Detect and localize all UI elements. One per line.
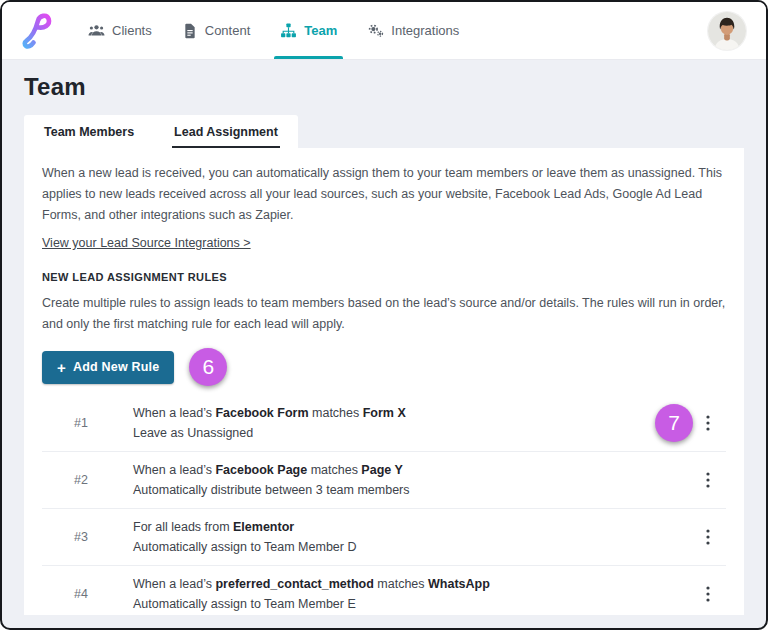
annotation-badge-6: 6	[189, 348, 227, 386]
rule-row-3: #3 For all leads from Elementor Automati…	[42, 509, 726, 566]
kebab-menu-icon[interactable]	[696, 409, 720, 437]
nav-item-team[interactable]: Team	[278, 2, 339, 59]
plus-icon: +	[57, 360, 66, 375]
nav-team-label: Team	[304, 23, 337, 38]
page-body: Team Team Members Lead Assignment When a…	[2, 60, 766, 628]
rule-text: When a lead’s Facebook Form matches Form…	[133, 403, 406, 443]
rule-condition: When a lead’s Facebook Page matches Page…	[133, 460, 410, 480]
rule-row-4: #4 When a lead’s preferred_contact_metho…	[42, 566, 726, 615]
rule-condition: When a lead’s Facebook Form matches Form…	[133, 403, 406, 423]
gears-icon	[367, 22, 384, 39]
privyr-logo-icon[interactable]	[22, 10, 56, 52]
add-rule-row: + Add New Rule 6	[42, 348, 726, 386]
rule-row-1: #1 When a lead’s Facebook Form matches F…	[42, 395, 726, 452]
kebab-menu-icon[interactable]	[696, 580, 720, 608]
rule-action: Automatically assign to Team Member E	[133, 594, 490, 614]
tab-lead-assignment[interactable]: Lead Assignment	[154, 115, 298, 148]
nav-clients-label: Clients	[112, 23, 152, 38]
app-window: Clients Content	[0, 0, 768, 630]
intro-paragraph: When a new lead is received, you can aut…	[42, 163, 726, 226]
nav-content-label: Content	[205, 23, 251, 38]
nav-item-clients[interactable]: Clients	[86, 2, 154, 59]
rules-list: #1 When a lead’s Facebook Form matches F…	[42, 395, 726, 615]
rule-row-2: #2 When a lead’s Facebook Page matches P…	[42, 452, 726, 509]
rule-action: Automatically assign to Team Member D	[133, 537, 356, 557]
rule-text: For all leads from Elementor Automatical…	[133, 517, 356, 557]
rule-text: When a lead’s Facebook Page matches Page…	[133, 460, 410, 500]
lead-assignment-panel: When a new lead is received, you can aut…	[24, 148, 744, 615]
user-avatar[interactable]	[708, 12, 746, 50]
rule-action: Automatically distribute between 3 team …	[133, 480, 410, 500]
rule-text: When a lead’s preferred_contact_method m…	[133, 574, 490, 614]
add-new-rule-label: Add New Rule	[73, 360, 159, 374]
document-icon	[182, 23, 198, 39]
lead-source-integrations-link[interactable]: View your Lead Source Integrations >	[42, 236, 251, 250]
top-nav: Clients Content	[2, 2, 766, 60]
rule-number: #4	[74, 587, 106, 601]
rules-section-description: Create multiple rules to assign leads to…	[42, 293, 726, 335]
annotation-badge-7: 7	[655, 404, 693, 442]
tab-team-members-label: Team Members	[42, 125, 136, 148]
tab-lead-assignment-label: Lead Assignment	[172, 125, 280, 148]
rules-section-heading: NEW LEAD ASSIGNMENT RULES	[42, 271, 726, 283]
kebab-menu-icon[interactable]	[696, 523, 720, 551]
rule-condition: When a lead’s preferred_contact_method m…	[133, 574, 490, 594]
people-icon	[88, 22, 105, 39]
rule-condition: For all leads from Elementor	[133, 517, 356, 537]
kebab-menu-icon[interactable]	[696, 466, 720, 494]
nav-item-content[interactable]: Content	[180, 2, 253, 59]
sitemap-icon	[280, 22, 297, 39]
add-new-rule-button[interactable]: + Add New Rule	[42, 351, 174, 384]
page-title: Team	[24, 73, 744, 101]
main-nav: Clients Content	[86, 2, 461, 59]
tab-team-members[interactable]: Team Members	[24, 115, 154, 148]
rule-number: #3	[74, 530, 106, 544]
nav-integrations-label: Integrations	[391, 23, 459, 38]
rule-action: Leave as Unassigned	[133, 423, 406, 443]
rule-number: #1	[74, 416, 106, 430]
rule-number: #2	[74, 473, 106, 487]
tab-bar: Team Members Lead Assignment	[24, 115, 298, 148]
nav-item-integrations[interactable]: Integrations	[365, 2, 461, 59]
